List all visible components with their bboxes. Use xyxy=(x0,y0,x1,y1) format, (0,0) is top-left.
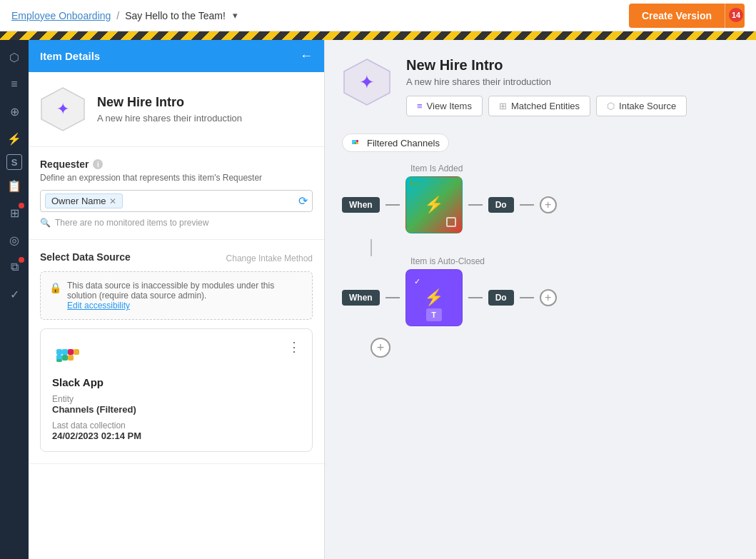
connector-1c xyxy=(520,204,534,206)
slack-last-collection-label: Last data collection xyxy=(52,420,301,430)
sidebar-item-s[interactable]: S xyxy=(6,154,22,170)
main-content: ✦ New Hire Intro A new hire shares their… xyxy=(325,40,756,559)
do-badge-1: Do xyxy=(488,197,514,213)
flow-card-added[interactable]: ⚡ xyxy=(405,176,463,233)
flow-title: New Hire Intro xyxy=(406,57,687,74)
svg-rect-15 xyxy=(356,140,358,142)
add-circle-bottom[interactable]: + xyxy=(371,338,390,358)
slack-card-menu-button[interactable]: ⋮ xyxy=(288,339,301,355)
breadcrumb-dropdown-button[interactable]: ▾ xyxy=(233,10,238,21)
svg-rect-5 xyxy=(68,355,74,361)
select-data-source-section: Select Data Source Change Intake Method … xyxy=(29,240,324,464)
flow-card-closed[interactable]: ✓ ⚡ T xyxy=(405,269,463,326)
add-circle-2[interactable]: + xyxy=(540,289,557,306)
flow-header: ✦ New Hire Intro A new hire shares their… xyxy=(342,57,739,116)
item-hex-container: ✦ xyxy=(40,86,86,132)
view-items-icon: ≡ xyxy=(417,101,423,111)
tag-input-row[interactable]: Owner Name ✕ ⟳ xyxy=(40,190,313,212)
warning-box: 🔒 This data source is inaccessible by mo… xyxy=(40,271,313,320)
connector-2c xyxy=(520,297,534,298)
change-intake-method-link[interactable]: Change Intake Method xyxy=(226,253,313,263)
flow-info: New Hire Intro A new hire shares their i… xyxy=(406,57,687,116)
sidebar-item-copy[interactable]: ⧉ xyxy=(3,256,26,278)
svg-rect-6 xyxy=(68,349,74,355)
owner-name-tag: Owner Name ✕ xyxy=(45,193,123,208)
sidebar-item-document[interactable]: 📋 xyxy=(3,174,26,197)
flow-hex-container: ✦ xyxy=(342,57,392,107)
info-icon: i xyxy=(93,159,103,169)
warning-text-container: This data source is inaccessible by modu… xyxy=(67,281,303,311)
svg-rect-9 xyxy=(74,349,79,355)
icon-sidebar: ⬡ ≡ ⊕ ⚡ S 📋 ⊞ ◎ ⧉ ✓ xyxy=(0,40,29,559)
sidebar-item-target[interactable]: ◎ xyxy=(3,228,26,251)
monitor-note: 🔍 There are no monitored items to previe… xyxy=(40,218,313,228)
notification-badge: 14 xyxy=(729,8,743,22)
svg-rect-1 xyxy=(52,339,84,371)
add-circle-1[interactable]: + xyxy=(540,196,557,213)
connector-1a xyxy=(385,204,400,206)
topbar: Employee Onboarding / Say Hello to the T… xyxy=(0,0,756,31)
sidebar-item-check[interactable]: ✓ xyxy=(3,283,26,306)
slack-card-header: ⋮ xyxy=(52,339,301,371)
bolt-icon-1: ⚡ xyxy=(424,196,443,214)
svg-rect-16 xyxy=(354,140,356,142)
flow-actions: ≡ View Items ⊞ Matched Entities ⬡ Intake… xyxy=(406,96,687,116)
flow-row2: When ✓ ⚡ T Do + xyxy=(342,269,739,326)
intake-source-icon: ⬡ xyxy=(607,101,615,111)
breadcrumb-link[interactable]: Employee Onboarding xyxy=(11,10,111,21)
svg-rect-3 xyxy=(56,349,62,355)
panel-header: Item Details ← xyxy=(29,40,324,72)
breadcrumb-current: Say Hello to the Team! xyxy=(125,10,226,21)
bolt-icon-2: ⚡ xyxy=(424,288,443,307)
slack-app-card: ⋮ Slack App Entity Channels (Filtered) L… xyxy=(40,328,313,452)
when-badge-2: When xyxy=(342,290,380,306)
tag-sync-icon[interactable]: ⟳ xyxy=(298,194,308,208)
edit-accessibility-link[interactable]: Edit accessibility xyxy=(67,301,130,311)
create-version-button[interactable]: Create Version xyxy=(629,4,725,28)
filtered-channels-badge: Filtered Channels xyxy=(342,134,449,152)
flow-row2-label: Item is Auto-Closed xyxy=(410,256,739,266)
when-badge-1: When xyxy=(342,197,380,213)
sidebar-item-cube[interactable]: ⬡ xyxy=(3,46,26,69)
svg-rect-4 xyxy=(62,355,68,361)
check-icon: ✓ xyxy=(410,274,425,288)
panel-back-button[interactable]: ← xyxy=(300,49,313,64)
flow-hex-icon: ✦ xyxy=(359,71,375,94)
matched-entities-icon: ⊞ xyxy=(499,101,507,111)
matched-entities-button[interactable]: ⊞ Matched Entities xyxy=(488,96,590,116)
flow-row1-label: Item Is Added xyxy=(410,163,739,173)
section-header-row: Select Data Source Change Intake Method xyxy=(40,251,313,266)
intake-source-button[interactable]: ⬡ Intake Source xyxy=(596,96,687,116)
requester-desc: Define an expression that represents thi… xyxy=(40,173,313,183)
svg-rect-13 xyxy=(354,142,356,144)
flow-row1: When ⚡ Do + xyxy=(342,176,739,233)
vertical-connector xyxy=(371,239,372,256)
svg-rect-8 xyxy=(56,359,62,362)
warning-stripe xyxy=(0,31,756,40)
create-version-group: Create Version ▾ 14 xyxy=(629,4,745,28)
svg-rect-12 xyxy=(352,140,354,142)
slack-entity-label: Entity xyxy=(52,394,301,404)
svg-rect-11 xyxy=(352,142,354,144)
view-items-button[interactable]: ≡ View Items xyxy=(406,96,483,116)
app-layout: ⬡ ≡ ⊕ ⚡ S 📋 ⊞ ◎ ⧉ ✓ Item Details ← ✦ New… xyxy=(0,40,756,559)
item-title: New Hire Intro xyxy=(97,95,242,110)
sidebar-item-grid[interactable]: ⊞ xyxy=(3,201,26,224)
flow-subtitle: A new hire shares their introduction xyxy=(406,76,687,87)
requester-section: Requester i Define an expression that re… xyxy=(29,147,324,240)
slack-small-icon xyxy=(351,137,363,148)
sidebar-item-bolt[interactable]: ⚡ xyxy=(3,127,26,150)
monitor-icon: 🔍 xyxy=(40,218,51,228)
slack-card-title: Slack App xyxy=(52,376,301,388)
flag-icon xyxy=(410,181,423,194)
tag-close-button[interactable]: ✕ xyxy=(109,196,116,206)
t-icon: T xyxy=(426,308,442,321)
sidebar-item-plus[interactable]: ⊕ xyxy=(3,100,26,123)
sidebar-item-layers[interactable]: ≡ xyxy=(3,73,26,96)
warning-text: This data source is inaccessible by modu… xyxy=(67,281,274,301)
lock-icon: 🔒 xyxy=(49,282,61,311)
connector-1b xyxy=(468,204,483,206)
item-info-section: ✦ New Hire Intro A new hire shares their… xyxy=(29,72,324,147)
slack-entity-value: Channels (Filtered) xyxy=(52,404,301,415)
requester-title: Requester i xyxy=(40,158,313,170)
